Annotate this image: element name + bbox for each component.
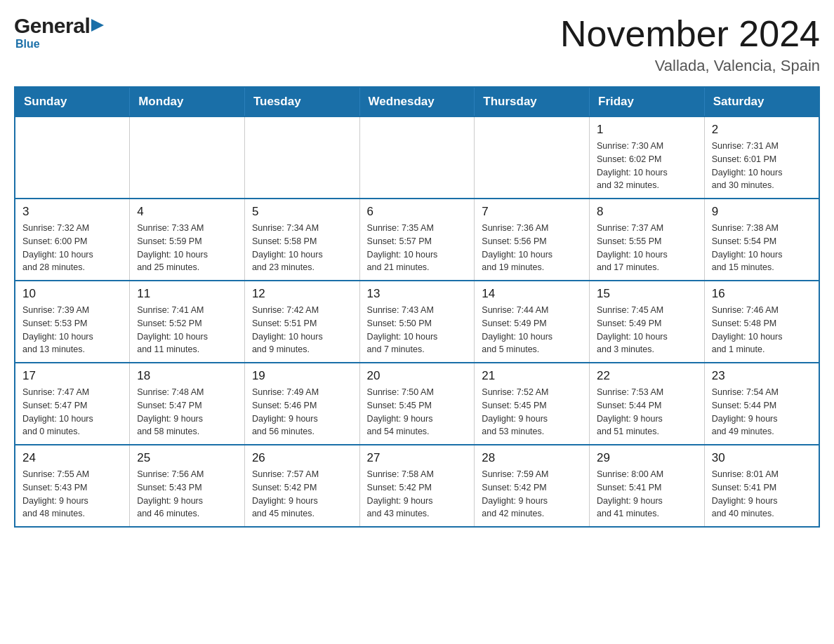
day-info: Sunrise: 7:48 AM Sunset: 5:47 PM Dayligh… — [137, 386, 237, 438]
title-block: November 2024 Vallada, Valencia, Spain — [560, 14, 820, 75]
day-cell: 10Sunrise: 7:39 AM Sunset: 5:53 PM Dayli… — [15, 281, 130, 363]
day-number: 9 — [712, 205, 812, 219]
day-info: Sunrise: 7:31 AM Sunset: 6:01 PM Dayligh… — [712, 140, 812, 192]
day-cell: 28Sunrise: 7:59 AM Sunset: 5:42 PM Dayli… — [475, 445, 590, 527]
day-cell: 19Sunrise: 7:49 AM Sunset: 5:46 PM Dayli… — [244, 363, 359, 445]
page-header: General Blue November 2024 Vallada, Vale… — [14, 14, 820, 75]
day-number: 17 — [22, 369, 122, 383]
day-cell: 2Sunrise: 7:31 AM Sunset: 6:01 PM Daylig… — [704, 116, 819, 199]
day-info: Sunrise: 7:56 AM Sunset: 5:43 PM Dayligh… — [137, 468, 237, 521]
day-cell: 25Sunrise: 7:56 AM Sunset: 5:43 PM Dayli… — [130, 445, 245, 527]
day-info: Sunrise: 7:39 AM Sunset: 5:53 PM Dayligh… — [22, 304, 122, 356]
day-cell: 12Sunrise: 7:42 AM Sunset: 5:51 PM Dayli… — [244, 281, 359, 363]
day-info: Sunrise: 7:38 AM Sunset: 5:54 PM Dayligh… — [712, 222, 812, 274]
day-cell: 13Sunrise: 7:43 AM Sunset: 5:50 PM Dayli… — [359, 281, 475, 363]
day-info: Sunrise: 7:54 AM Sunset: 5:44 PM Dayligh… — [712, 386, 812, 438]
week-row-5: 24Sunrise: 7:55 AM Sunset: 5:43 PM Dayli… — [15, 445, 819, 527]
day-number: 26 — [252, 451, 352, 465]
day-cell — [359, 116, 475, 199]
day-number: 24 — [22, 451, 122, 465]
day-info: Sunrise: 7:34 AM Sunset: 5:58 PM Dayligh… — [252, 222, 352, 274]
day-number: 11 — [137, 287, 237, 301]
day-number: 27 — [367, 451, 468, 465]
day-info: Sunrise: 7:53 AM Sunset: 5:44 PM Dayligh… — [597, 386, 697, 438]
day-info: Sunrise: 7:52 AM Sunset: 5:45 PM Dayligh… — [482, 386, 582, 438]
day-cell — [475, 116, 590, 199]
day-info: Sunrise: 7:30 AM Sunset: 6:02 PM Dayligh… — [597, 140, 697, 192]
svg-marker-0 — [91, 19, 104, 32]
day-number: 22 — [597, 369, 697, 383]
day-cell: 26Sunrise: 7:57 AM Sunset: 5:42 PM Dayli… — [244, 445, 359, 527]
day-cell: 8Sunrise: 7:37 AM Sunset: 5:55 PM Daylig… — [590, 199, 705, 281]
logo-blue-text: Blue — [14, 38, 40, 50]
day-cell: 27Sunrise: 7:58 AM Sunset: 5:42 PM Dayli… — [359, 445, 475, 527]
day-cell: 20Sunrise: 7:50 AM Sunset: 5:45 PM Dayli… — [359, 363, 475, 445]
day-number: 7 — [482, 205, 582, 219]
day-info: Sunrise: 7:36 AM Sunset: 5:56 PM Dayligh… — [482, 222, 582, 274]
logo-triangle-icon — [91, 18, 104, 36]
day-number: 30 — [712, 451, 812, 465]
logo-general-text: General — [14, 14, 90, 38]
day-number: 4 — [137, 205, 237, 219]
day-number: 6 — [367, 205, 468, 219]
day-cell — [244, 116, 359, 199]
day-info: Sunrise: 7:59 AM Sunset: 5:42 PM Dayligh… — [482, 468, 582, 521]
day-cell — [130, 116, 245, 199]
day-cell: 7Sunrise: 7:36 AM Sunset: 5:56 PM Daylig… — [475, 199, 590, 281]
day-number: 23 — [712, 369, 812, 383]
day-info: Sunrise: 7:41 AM Sunset: 5:52 PM Dayligh… — [137, 304, 237, 356]
day-cell: 14Sunrise: 7:44 AM Sunset: 5:49 PM Dayli… — [475, 281, 590, 363]
day-number: 5 — [252, 205, 352, 219]
day-cell: 18Sunrise: 7:48 AM Sunset: 5:47 PM Dayli… — [130, 363, 245, 445]
day-info: Sunrise: 7:42 AM Sunset: 5:51 PM Dayligh… — [252, 304, 352, 356]
day-info: Sunrise: 7:44 AM Sunset: 5:49 PM Dayligh… — [482, 304, 582, 356]
day-info: Sunrise: 7:43 AM Sunset: 5:50 PM Dayligh… — [367, 304, 468, 356]
day-cell: 24Sunrise: 7:55 AM Sunset: 5:43 PM Dayli… — [15, 445, 130, 527]
day-number: 15 — [597, 287, 697, 301]
calendar-header: SundayMondayTuesdayWednesdayThursdayFrid… — [15, 87, 819, 116]
day-number: 19 — [252, 369, 352, 383]
day-number: 2 — [712, 123, 812, 137]
week-row-4: 17Sunrise: 7:47 AM Sunset: 5:47 PM Dayli… — [15, 363, 819, 445]
day-cell: 22Sunrise: 7:53 AM Sunset: 5:44 PM Dayli… — [590, 363, 705, 445]
day-number: 10 — [22, 287, 122, 301]
day-cell: 9Sunrise: 7:38 AM Sunset: 5:54 PM Daylig… — [704, 199, 819, 281]
week-row-1: 1Sunrise: 7:30 AM Sunset: 6:02 PM Daylig… — [15, 116, 819, 199]
day-info: Sunrise: 8:01 AM Sunset: 5:41 PM Dayligh… — [712, 468, 812, 521]
week-row-3: 10Sunrise: 7:39 AM Sunset: 5:53 PM Dayli… — [15, 281, 819, 363]
header-friday: Friday — [590, 87, 705, 116]
day-cell: 30Sunrise: 8:01 AM Sunset: 5:41 PM Dayli… — [704, 445, 819, 527]
day-cell: 17Sunrise: 7:47 AM Sunset: 5:47 PM Dayli… — [15, 363, 130, 445]
header-sunday: Sunday — [15, 87, 130, 116]
day-cell: 29Sunrise: 8:00 AM Sunset: 5:41 PM Dayli… — [590, 445, 705, 527]
header-monday: Monday — [130, 87, 245, 116]
day-cell: 16Sunrise: 7:46 AM Sunset: 5:48 PM Dayli… — [704, 281, 819, 363]
calendar-body: 1Sunrise: 7:30 AM Sunset: 6:02 PM Daylig… — [15, 116, 819, 527]
logo: General Blue — [14, 14, 104, 51]
day-number: 13 — [367, 287, 468, 301]
day-number: 28 — [482, 451, 582, 465]
calendar-title: November 2024 — [560, 14, 820, 54]
day-number: 21 — [482, 369, 582, 383]
header-tuesday: Tuesday — [244, 87, 359, 116]
day-number: 1 — [597, 123, 697, 137]
day-info: Sunrise: 8:00 AM Sunset: 5:41 PM Dayligh… — [597, 468, 697, 521]
day-info: Sunrise: 7:32 AM Sunset: 6:00 PM Dayligh… — [22, 222, 122, 274]
day-info: Sunrise: 7:57 AM Sunset: 5:42 PM Dayligh… — [252, 468, 352, 521]
calendar-subtitle: Vallada, Valencia, Spain — [560, 57, 820, 75]
day-cell: 21Sunrise: 7:52 AM Sunset: 5:45 PM Dayli… — [475, 363, 590, 445]
day-number: 25 — [137, 451, 237, 465]
day-cell: 3Sunrise: 7:32 AM Sunset: 6:00 PM Daylig… — [15, 199, 130, 281]
header-thursday: Thursday — [475, 87, 590, 116]
day-info: Sunrise: 7:50 AM Sunset: 5:45 PM Dayligh… — [367, 386, 468, 438]
day-cell: 15Sunrise: 7:45 AM Sunset: 5:49 PM Dayli… — [590, 281, 705, 363]
day-info: Sunrise: 7:45 AM Sunset: 5:49 PM Dayligh… — [597, 304, 697, 356]
day-cell: 23Sunrise: 7:54 AM Sunset: 5:44 PM Dayli… — [704, 363, 819, 445]
day-cell: 4Sunrise: 7:33 AM Sunset: 5:59 PM Daylig… — [130, 199, 245, 281]
days-of-week-row: SundayMondayTuesdayWednesdayThursdayFrid… — [15, 87, 819, 116]
day-cell: 1Sunrise: 7:30 AM Sunset: 6:02 PM Daylig… — [590, 116, 705, 199]
day-number: 29 — [597, 451, 697, 465]
day-number: 16 — [712, 287, 812, 301]
week-row-2: 3Sunrise: 7:32 AM Sunset: 6:00 PM Daylig… — [15, 199, 819, 281]
day-cell: 11Sunrise: 7:41 AM Sunset: 5:52 PM Dayli… — [130, 281, 245, 363]
